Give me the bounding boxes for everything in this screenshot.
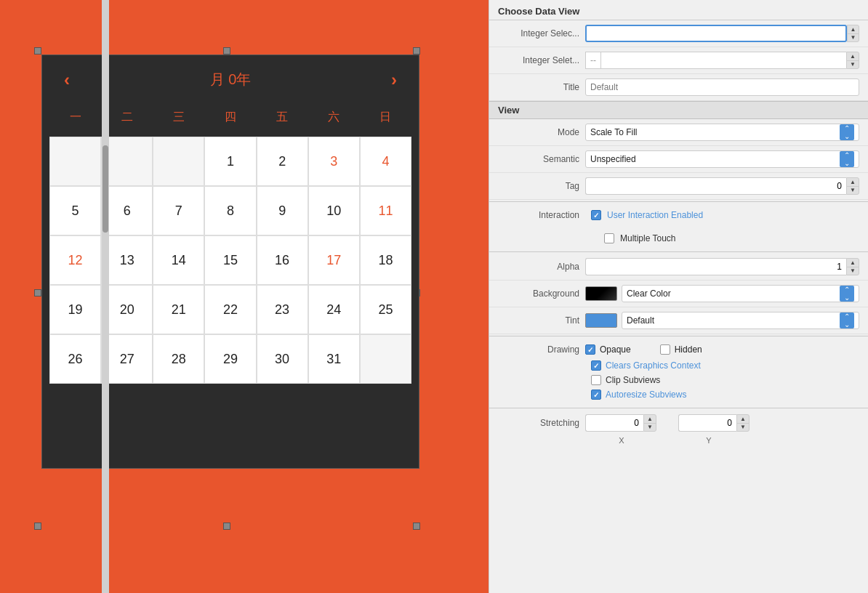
- cal-cell-15[interactable]: 15: [204, 235, 256, 285]
- handle-bot-right[interactable]: [413, 523, 420, 530]
- background-dropdown[interactable]: Clear Color ⌃⌄: [622, 285, 859, 302]
- stretch-x-input[interactable]: [585, 414, 643, 432]
- weekday-sun: 日: [360, 104, 411, 131]
- y-axis-label: Y: [672, 436, 745, 445]
- integer-select1-input[interactable]: [585, 25, 847, 42]
- autoresize-checkbox[interactable]: [591, 390, 601, 400]
- cal-cell-16[interactable]: 16: [257, 235, 308, 285]
- title-input[interactable]: [585, 78, 859, 96]
- cal-cell-18[interactable]: 18: [360, 235, 411, 285]
- cal-cell-12[interactable]: 12: [49, 235, 101, 285]
- alpha-input[interactable]: [585, 258, 846, 275]
- cal-cell-28[interactable]: 28: [153, 334, 204, 384]
- stretch-y-field: ▲ ▼: [678, 414, 750, 432]
- handle-bot-left[interactable]: [34, 523, 41, 530]
- cal-cell-2[interactable]: 2: [257, 137, 308, 186]
- handle-mid-left[interactable]: [34, 289, 41, 296]
- stepper-up-icon[interactable]: ▲: [737, 415, 749, 424]
- cal-cell-19[interactable]: 19: [49, 285, 101, 334]
- background-color-swatch[interactable]: [585, 286, 617, 301]
- cal-cell-17[interactable]: 17: [308, 235, 360, 285]
- cal-cell-5[interactable]: 5: [49, 186, 101, 235]
- handle-top-right[interactable]: [413, 47, 420, 55]
- mode-dropdown[interactable]: Scale To Fill ⌃⌄: [585, 124, 859, 141]
- stepper-down-icon[interactable]: ▼: [847, 187, 859, 195]
- chevron-icon: ⌃⌄: [844, 124, 850, 140]
- calendar-widget: ‹ 月 0年 › 一 二 三 四 五 六 日 1 2 3 4 5 6 7 8: [41, 55, 419, 469]
- cal-cell-3[interactable]: 3: [308, 137, 360, 186]
- title-label: Title: [498, 82, 585, 92]
- stretch-x-group: ▲ ▼: [585, 414, 656, 432]
- cal-cell-25[interactable]: 25: [360, 285, 411, 334]
- stepper-up-icon[interactable]: ▲: [644, 415, 656, 424]
- tint-row: Tint Default ⌃⌄: [489, 307, 868, 334]
- cal-cell-21[interactable]: 21: [153, 285, 204, 334]
- tint-dropdown[interactable]: Default ⌃⌄: [622, 312, 859, 329]
- stretching-axis-labels: X Y: [489, 436, 868, 449]
- clip-subviews-checkbox[interactable]: [591, 375, 601, 385]
- stepper-down-icon[interactable]: ▼: [644, 424, 656, 432]
- stepper-up-icon[interactable]: ▲: [847, 259, 859, 267]
- tag-stepper[interactable]: ▲ ▼: [846, 177, 859, 195]
- cal-cell-22[interactable]: 22: [204, 285, 256, 334]
- stepper-down-icon[interactable]: ▼: [737, 424, 749, 432]
- stretch-y-input[interactable]: [678, 414, 736, 432]
- integer-select2-stepper[interactable]: ▲ ▼: [846, 52, 859, 69]
- scrollbar-thumb[interactable]: [103, 145, 108, 233]
- integer-select2-dashes: --: [585, 52, 600, 69]
- tag-input[interactable]: [585, 177, 846, 195]
- semantic-dropdown-arrow[interactable]: ⌃⌄: [840, 151, 854, 167]
- stepper-up-icon[interactable]: ▲: [847, 178, 859, 187]
- cal-cell-8[interactable]: 8: [204, 186, 256, 235]
- cal-cell-23[interactable]: 23: [257, 285, 308, 334]
- integer-select1-control: ▲ ▼: [585, 25, 859, 42]
- cal-cell[interactable]: [153, 137, 204, 186]
- stepper-down-icon[interactable]: ▼: [847, 267, 859, 275]
- cal-cell[interactable]: [49, 137, 101, 186]
- stepper-down-icon[interactable]: ▼: [847, 61, 859, 69]
- cal-cell-9[interactable]: 9: [257, 186, 308, 235]
- stretch-y-stepper[interactable]: ▲ ▼: [736, 414, 750, 432]
- cal-cell-7[interactable]: 7: [153, 186, 204, 235]
- integer-select1-stepper[interactable]: ▲ ▼: [847, 25, 859, 42]
- cal-cell-29[interactable]: 29: [204, 334, 256, 384]
- cal-cell-26[interactable]: 26: [49, 334, 101, 384]
- hidden-checkbox[interactable]: [660, 344, 670, 355]
- handle-top-mid[interactable]: [223, 47, 230, 55]
- drawing-options: Opaque Hidden: [585, 344, 702, 355]
- clears-graphics-checkbox[interactable]: [591, 360, 601, 371]
- multiple-touch-checkbox[interactable]: [604, 233, 614, 243]
- calendar-prev-button[interactable]: ‹: [64, 70, 70, 90]
- cal-cell-10[interactable]: 10: [308, 186, 360, 235]
- cal-cell-31[interactable]: 31: [308, 334, 360, 384]
- tint-label: Tint: [498, 315, 585, 326]
- mode-dropdown-arrow[interactable]: ⌃⌄: [840, 124, 854, 140]
- calendar-next-button[interactable]: ›: [391, 70, 397, 90]
- background-dropdown-arrow[interactable]: ⌃⌄: [840, 286, 854, 302]
- cal-cell-1[interactable]: 1: [204, 137, 256, 186]
- cal-cell-14[interactable]: 14: [153, 235, 204, 285]
- clip-subviews-row: Clip Subviews: [489, 373, 868, 387]
- cal-cell-30[interactable]: 30: [257, 334, 308, 384]
- handle-bot-mid[interactable]: [223, 523, 230, 530]
- stretch-x-stepper[interactable]: ▲ ▼: [643, 414, 656, 432]
- title-row: Title: [489, 74, 868, 101]
- stepper-up-icon[interactable]: ▲: [848, 25, 859, 34]
- cal-cell-11[interactable]: 11: [360, 186, 411, 235]
- interaction-label: Interaction: [498, 210, 585, 220]
- tint-color-swatch[interactable]: [585, 313, 617, 328]
- semantic-dropdown[interactable]: Unspecified ⌃⌄: [585, 150, 859, 168]
- divider4: [489, 408, 868, 408]
- hidden-group: Hidden: [660, 344, 702, 355]
- stretching-label: Stretching: [498, 418, 585, 428]
- stepper-up-icon[interactable]: ▲: [847, 52, 859, 61]
- handle-top-left[interactable]: [34, 47, 41, 55]
- view-section-header: View: [489, 101, 868, 119]
- tint-dropdown-arrow[interactable]: ⌃⌄: [840, 312, 854, 328]
- cal-cell-24[interactable]: 24: [308, 285, 360, 334]
- alpha-stepper[interactable]: ▲ ▼: [846, 258, 859, 275]
- user-interaction-checkbox[interactable]: [591, 210, 601, 220]
- cal-cell-4[interactable]: 4: [360, 137, 411, 186]
- opaque-checkbox[interactable]: [585, 344, 595, 355]
- stepper-down-icon[interactable]: ▼: [848, 34, 859, 42]
